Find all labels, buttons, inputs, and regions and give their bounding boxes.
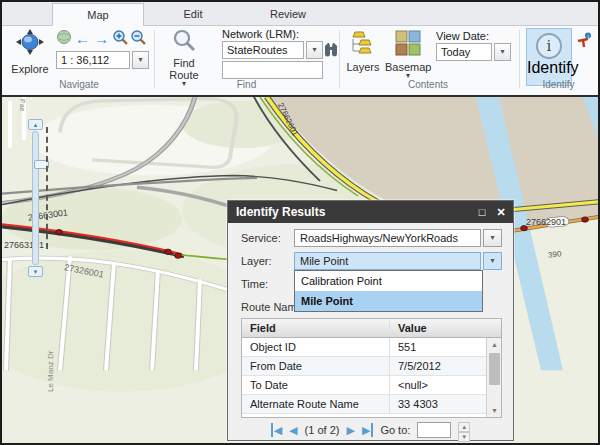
service-value: RoadsHighways/NewYorkRoads [294, 229, 481, 247]
cell-field: Object ID [242, 338, 390, 356]
zoom-out-icon[interactable] [130, 29, 146, 49]
last-page-icon[interactable]: ▶ [362, 423, 373, 437]
goto-label: Go to: [380, 424, 410, 436]
zoom-slider-up-icon[interactable]: ▲ [28, 119, 43, 130]
table-header-value[interactable]: Value [390, 319, 486, 337]
network-lrm-dropdown-icon[interactable]: ▾ [306, 41, 323, 59]
layer-dropdown-icon[interactable]: ▾ [483, 252, 502, 270]
page-indicator: (1 of 2) [305, 424, 340, 436]
table-scrollbar[interactable]: ▲ ▼ [486, 338, 501, 417]
scroll-down-icon[interactable]: ▼ [487, 404, 502, 417]
basemap-tiles-icon [395, 42, 421, 59]
map-scale-dropdown-icon[interactable]: ▾ [132, 51, 149, 69]
service-combo[interactable]: RoadsHighways/NewYorkRoads ▾ [294, 229, 502, 247]
layer-option-calibration-point[interactable]: Calibration Point [295, 271, 482, 291]
network-lrm-combo[interactable]: StateRoutes ▾ [222, 41, 323, 59]
route-label-ne: 27662901 [526, 217, 566, 227]
cell-field: Alternate Route Name [242, 395, 390, 413]
close-icon[interactable]: ✕ [492, 201, 510, 223]
find-route-magnifier-icon [171, 39, 197, 56]
network-lrm-value: StateRoutes [222, 41, 304, 59]
layers-button[interactable]: Layers [345, 30, 381, 73]
find-route-label-line1: Find [158, 57, 210, 69]
maximize-icon[interactable]: □ [473, 201, 491, 223]
table-row[interactable]: From Date 7/5/2012 [242, 357, 501, 376]
cell-value: 551 [390, 338, 486, 356]
view-date-dropdown-icon[interactable]: ▾ [494, 43, 511, 61]
map-scale-combo[interactable]: 1 : 36,112 ▾ [56, 51, 149, 69]
zoom-slider-down-icon[interactable]: ▼ [28, 266, 43, 277]
network-lrm-label: Network (LRM): [222, 28, 299, 40]
cell-value: 33 4303 [390, 395, 486, 413]
explore-button[interactable]: Explore [8, 29, 52, 75]
spinner-up-icon[interactable]: ▲ [458, 422, 470, 432]
identify-route-tool-icon[interactable]: i [576, 32, 593, 53]
explore-label: Explore [8, 63, 52, 75]
map-scale-value: 1 : 36,112 [56, 51, 130, 69]
layer-label: Layer: [241, 255, 272, 267]
zoom-slider-track[interactable] [32, 131, 39, 265]
table-header-field[interactable]: Field [242, 319, 390, 337]
identify-results-dialog: Identify Results □ ✕ Service: RoadsHighw… [227, 200, 514, 441]
tab-map[interactable]: Map [52, 3, 144, 26]
table-header-row: Field Value [242, 319, 501, 338]
route-input[interactable] [222, 61, 323, 79]
dialog-title: Identify Results [228, 201, 513, 223]
time-label: Time: [241, 278, 268, 290]
service-label: Service: [241, 232, 281, 244]
service-dropdown-icon[interactable]: ▾ [483, 229, 502, 247]
group-label-navigate: Navigate [4, 79, 154, 90]
layer-combo[interactable]: Mile Point ▾ [294, 252, 502, 270]
table-row[interactable]: Alternate Route Name 33 4303 [242, 395, 501, 414]
group-label-contents: Contents [339, 79, 517, 90]
results-pagination: ◀ ◀ (1 of 2) ▶ ▶ Go to: ▲▼ [228, 421, 513, 439]
scrollbar-thumb[interactable] [489, 353, 500, 385]
spinner-down-icon[interactable]: ▼ [458, 432, 470, 442]
view-date-label: View Date: [436, 30, 489, 42]
identify-button[interactable]: i Identify [526, 28, 572, 86]
previous-page-icon[interactable]: ◀ [289, 423, 297, 437]
cell-field: To Date [242, 376, 390, 394]
binoculars-icon[interactable] [323, 42, 339, 61]
tab-edit[interactable]: Edit [147, 2, 239, 26]
zoom-in-icon[interactable] [112, 29, 128, 49]
ribbon: Explore ← → 1 : 36,112 ▾ Navigate [2, 26, 598, 95]
table-row[interactable]: To Date <null> [242, 376, 501, 395]
view-date-combo[interactable]: Today ▾ [436, 43, 511, 61]
group-label-find: Find [154, 79, 339, 90]
zoom-slider-ticks [46, 127, 48, 249]
app-window: Map Edit Review Explore ← [0, 0, 600, 445]
next-page-icon[interactable]: ▶ [346, 423, 354, 437]
scroll-up-icon[interactable]: ▲ [487, 338, 502, 351]
street-label-top: Pae [19, 99, 26, 111]
layer-value: Mile Point [294, 252, 481, 270]
table-row[interactable]: Object ID 551 [242, 338, 501, 357]
identify-info-icon: i [536, 33, 562, 59]
street-label-le-manz-dr: Le Manz Dr [46, 351, 55, 392]
cell-value: 7/5/2012 [390, 357, 486, 375]
ribbon-tabstrip: Map Edit Review [2, 2, 598, 26]
cell-value: <null> [390, 376, 486, 394]
layers-label: Layers [345, 61, 381, 73]
identify-label: Identify [527, 59, 571, 77]
attributes-table: Field Value Object ID 551 From Date 7/5/… [241, 318, 502, 418]
route-input-value [222, 61, 323, 79]
basemap-button[interactable]: Basemap ▾ [385, 30, 431, 79]
layer-dropdown-list: Calibration Point Mile Point [294, 270, 483, 312]
goto-spinner[interactable]: ▲▼ [458, 422, 470, 438]
full-extent-globe-icon[interactable] [56, 29, 72, 49]
first-page-icon[interactable]: ◀ [271, 423, 282, 437]
route-shield-390: 390 [548, 249, 562, 259]
view-date-value: Today [436, 43, 492, 61]
explore-compass-icon [13, 45, 47, 62]
next-extent-icon[interactable]: → [93, 31, 110, 47]
layer-option-mile-point[interactable]: Mile Point [295, 291, 482, 311]
group-label-identify: Identify [519, 79, 598, 90]
layers-tree-icon [350, 42, 376, 59]
goto-page-input[interactable] [417, 422, 451, 438]
tab-review[interactable]: Review [242, 2, 334, 26]
cell-field: From Date [242, 357, 390, 375]
map-canvas[interactable]: 27663001 27663101 27662901 27662601 2732… [2, 95, 598, 443]
previous-extent-icon[interactable]: ← [74, 31, 91, 47]
